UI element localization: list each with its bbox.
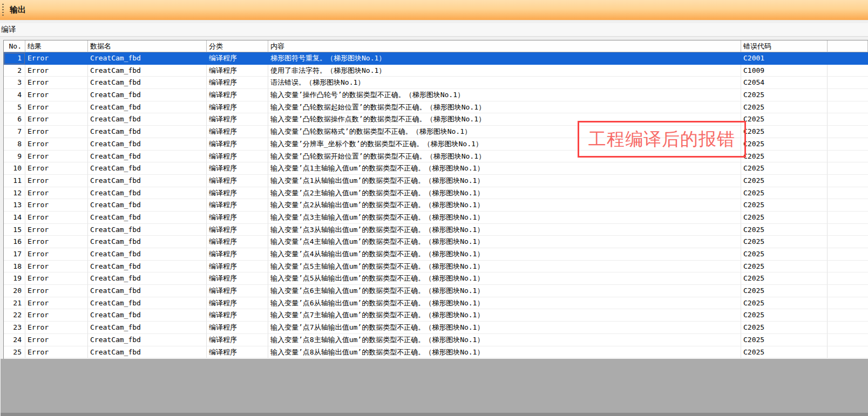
cell-dataName[interactable]: CreatCam_fbd [88,224,207,236]
cell-category[interactable]: 编译程序 [207,212,268,224]
cell-no[interactable]: 16 [4,236,25,248]
table-row[interactable]: 22ErrorCreatCam_fbd编译程序输入变量’点7主轴输入值um’的数… [4,309,868,322]
cell-dataName[interactable]: CreatCam_fbd [88,138,207,151]
cell-no[interactable]: 17 [4,248,25,261]
cell-no[interactable]: 3 [4,77,25,89]
cell-dataName[interactable]: CreatCam_fbd [88,261,207,273]
cell-content[interactable]: 输入变量’点2主轴输入值um’的数据类型不正确。（梯形图块No.1） [268,187,741,200]
cell-errorCode[interactable]: C2025 [741,138,828,151]
cell-dataName[interactable]: CreatCam_fbd [88,113,207,126]
cell-no[interactable]: 1 [4,52,25,65]
cell-no[interactable]: 13 [4,199,25,212]
cell-errorCode[interactable]: C2025 [741,126,828,138]
table-row[interactable]: 14ErrorCreatCam_fbd编译程序输入变量’点3主轴输入值um’的数… [4,212,868,224]
cell-no[interactable]: 11 [4,175,25,187]
cell-errorCode[interactable]: C2025 [741,248,828,261]
column-header-dataName[interactable]: 数据名 [88,40,207,52]
cell-content[interactable]: 输入变量’操作凸轮号’的数据类型不正确。（梯形图块No.1） [268,89,741,101]
cell-result[interactable]: Error [25,187,88,200]
column-header-no[interactable]: No. [4,40,25,52]
cell-category[interactable]: 编译程序 [207,187,268,200]
cell-result[interactable]: Error [25,309,88,322]
cell-no[interactable]: 24 [4,334,25,346]
cell-content[interactable]: 输入变量’点4主轴输入值um’的数据类型不正确。（梯形图块No.1） [268,236,741,248]
cell-result[interactable]: Error [25,212,88,224]
cell-result[interactable]: Error [25,65,88,77]
cell-content[interactable]: 输入变量’点4从轴输出值um’的数据类型不正确。（梯形图块No.1） [268,248,741,261]
cell-category[interactable]: 编译程序 [207,346,268,359]
cell-content[interactable]: 输入变量’点1主轴输入值um’的数据类型不正确。（梯形图块No.1） [268,162,741,175]
cell-content[interactable]: 输入变量’点3主轴输入值um’的数据类型不正确。（梯形图块No.1） [268,212,741,224]
cell-dataName[interactable]: CreatCam_fbd [88,322,207,334]
cell-category[interactable]: 编译程序 [207,334,268,346]
cell-result[interactable]: Error [25,261,88,273]
cell-content[interactable]: 使用了非法字符。（梯形图块No.1） [268,65,741,77]
cell-category[interactable]: 编译程序 [207,89,268,101]
table-row[interactable]: 2ErrorCreatCam_fbd编译程序使用了非法字符。（梯形图块No.1）… [4,65,868,77]
cell-result[interactable]: Error [25,175,88,187]
table-row[interactable]: 16ErrorCreatCam_fbd编译程序输入变量’点4主轴输入值um’的数… [4,236,868,248]
cell-result[interactable]: Error [25,199,88,212]
cell-dataName[interactable]: CreatCam_fbd [88,52,207,65]
table-row[interactable]: 3ErrorCreatCam_fbd编译程序语法错误。（梯形图块No.1）C20… [4,77,868,89]
cell-result[interactable]: Error [25,248,88,261]
cell-result[interactable]: Error [25,322,88,334]
cell-no[interactable]: 23 [4,322,25,334]
cell-no[interactable]: 10 [4,162,25,175]
table-row[interactable]: 15ErrorCreatCam_fbd编译程序输入变量’点3从轴输出值um’的数… [4,224,868,236]
cell-category[interactable]: 编译程序 [207,272,268,285]
cell-category[interactable]: 编译程序 [207,236,268,248]
cell-errorCode[interactable]: C2025 [741,261,828,273]
cell-errorCode[interactable]: C2025 [741,162,828,175]
table-row[interactable]: 21ErrorCreatCam_fbd编译程序输入变量’点6从轴输出值um’的数… [4,297,868,310]
table-row[interactable]: 4ErrorCreatCam_fbd编译程序输入变量’操作凸轮号’的数据类型不正… [4,89,868,101]
cell-result[interactable]: Error [25,126,88,138]
cell-category[interactable]: 编译程序 [207,162,268,175]
column-header-errorCode[interactable]: 错误代码 [741,40,828,52]
cell-errorCode[interactable]: C2025 [741,187,828,200]
cell-content[interactable]: 输入变量’点7从轴输出值um’的数据类型不正确。（梯形图块No.1） [268,322,741,334]
cell-content[interactable]: 输入变量’点5从轴输出值um’的数据类型不正确。（梯形图块No.1） [268,272,741,285]
cell-dataName[interactable]: CreatCam_fbd [88,151,207,163]
cell-category[interactable]: 编译程序 [207,113,268,126]
cell-dataName[interactable]: CreatCam_fbd [88,272,207,285]
cell-result[interactable]: Error [25,346,88,359]
cell-errorCode[interactable]: C2025 [741,113,828,126]
cell-no[interactable]: 7 [4,126,25,138]
cell-result[interactable]: Error [25,101,88,114]
cell-errorCode[interactable]: C2025 [741,212,828,224]
cell-content[interactable]: 输入变量’点6从轴输出值um’的数据类型不正确。（梯形图块No.1） [268,297,741,310]
cell-result[interactable]: Error [25,138,88,151]
cell-content[interactable]: 语法错误。（梯形图块No.1） [268,77,741,89]
cell-result[interactable]: Error [25,297,88,310]
cell-category[interactable]: 编译程序 [207,77,268,89]
cell-result[interactable]: Error [25,285,88,297]
cell-dataName[interactable]: CreatCam_fbd [88,65,207,77]
cell-errorCode[interactable]: C2025 [741,272,828,285]
cell-errorCode[interactable]: C2025 [741,309,828,322]
cell-result[interactable]: Error [25,236,88,248]
cell-category[interactable]: 编译程序 [207,126,268,138]
cell-no[interactable]: 12 [4,187,25,200]
cell-no[interactable]: 14 [4,212,25,224]
cell-dataName[interactable]: CreatCam_fbd [88,212,207,224]
table-row[interactable]: 20ErrorCreatCam_fbd编译程序输入变量’点6主轴输入值um’的数… [4,285,868,297]
cell-category[interactable]: 编译程序 [207,285,268,297]
table-row[interactable]: 1ErrorCreatCam_fbd编译程序梯形图符号重复。（梯形图块No.1）… [4,52,868,65]
table-row[interactable]: 11ErrorCreatCam_fbd编译程序输入变量’点1从轴输出值um’的数… [4,175,868,187]
cell-errorCode[interactable]: C2025 [741,224,828,236]
cell-dataName[interactable]: CreatCam_fbd [88,236,207,248]
cell-errorCode[interactable]: C2025 [741,101,828,114]
table-row[interactable]: 19ErrorCreatCam_fbd编译程序输入变量’点5从轴输出值um’的数… [4,272,868,285]
column-header-result[interactable]: 结果 [25,40,88,52]
cell-category[interactable]: 编译程序 [207,65,268,77]
cell-errorCode[interactable]: C2025 [741,89,828,101]
cell-content[interactable]: 输入变量’点2从轴输出值um’的数据类型不正确。（梯形图块No.1） [268,199,741,212]
cell-no[interactable]: 22 [4,309,25,322]
cell-result[interactable]: Error [25,89,88,101]
cell-content[interactable]: 输入变量’点3从轴输出值um’的数据类型不正确。（梯形图块No.1） [268,224,741,236]
cell-no[interactable]: 18 [4,261,25,273]
cell-result[interactable]: Error [25,77,88,89]
cell-category[interactable]: 编译程序 [207,297,268,310]
compile-band[interactable]: 编译 [0,23,868,37]
